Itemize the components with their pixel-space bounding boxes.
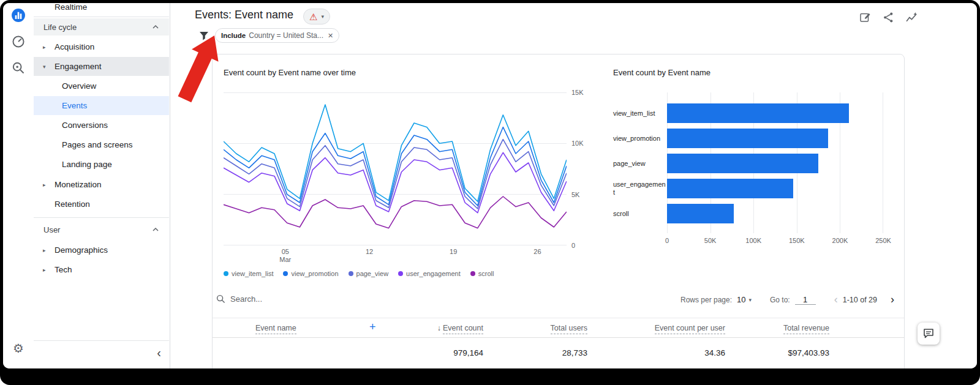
sidebar-item-label: Pages and screens bbox=[62, 140, 133, 149]
sidebar-item-engagement[interactable]: ▾ Engagement bbox=[34, 57, 169, 76]
settings-gear-icon[interactable]: ⚙ bbox=[10, 340, 26, 356]
y-axis-label: 5K bbox=[571, 191, 591, 198]
filter-chip[interactable]: Include Country = United Sta... ✕ bbox=[215, 28, 339, 43]
bar-chart-in-circle-icon bbox=[11, 8, 26, 23]
sidebar-item-conversions[interactable]: Conversions bbox=[34, 116, 169, 135]
bar-category-label: user_engagement bbox=[613, 179, 666, 198]
sidebar-item-demographics[interactable]: ▸ Demographics bbox=[34, 241, 169, 260]
column-header-event-count[interactable]: ↓Event count bbox=[437, 324, 483, 332]
table-totals-row: 979,164 28,733 34.36 $97,403.93 bbox=[213, 342, 904, 367]
totals-total-revenue: $97,403.93 bbox=[788, 348, 829, 357]
chart-legend: view_item_list view_promotion page_view … bbox=[224, 270, 494, 277]
sidebar-item-label: Tech bbox=[55, 265, 72, 274]
search-icon bbox=[216, 294, 225, 304]
divider bbox=[34, 17, 169, 17]
line-chart-svg bbox=[224, 92, 567, 245]
bar-segment bbox=[667, 129, 828, 148]
bar-category-label: scroll bbox=[613, 204, 666, 223]
legend-dot-icon bbox=[283, 271, 288, 276]
filter-value: Country = United Sta... bbox=[249, 31, 323, 40]
sidebar-item-monetization[interactable]: ▸ Monetization bbox=[34, 175, 169, 194]
sidebar-item-label: Landing page bbox=[62, 160, 112, 169]
sidebar-item-label: Demographics bbox=[55, 245, 108, 255]
filter-bar: Include Country = United Sta... ✕ bbox=[199, 28, 339, 43]
realtime-nav-icon[interactable] bbox=[10, 34, 26, 50]
search-input[interactable] bbox=[230, 294, 365, 304]
legend-dot-icon bbox=[349, 271, 353, 276]
sidebar-item-realtime[interactable]: Realtime bbox=[34, 3, 169, 17]
chevron-right-icon: ▸ bbox=[43, 44, 46, 50]
chevron-right-icon: ▸ bbox=[43, 247, 46, 253]
sort-descending-icon: ↓ bbox=[437, 324, 441, 332]
column-header-event-count-per-user[interactable]: Event count per user bbox=[655, 324, 725, 332]
next-page-button[interactable]: › bbox=[891, 293, 894, 306]
warning-triangle-icon: ⚠ bbox=[309, 12, 317, 21]
table-header-row: Event name + ↓Event count Total users Ev… bbox=[213, 318, 904, 338]
sidebar-item-landing-page[interactable]: Landing page bbox=[34, 155, 169, 174]
legend-item[interactable]: view_promotion bbox=[283, 270, 338, 277]
add-column-button[interactable]: + bbox=[369, 321, 376, 334]
reports-nav-icon[interactable] bbox=[10, 7, 26, 23]
filter-funnel-icon bbox=[199, 31, 209, 40]
icon-rail: ⚙ bbox=[3, 3, 34, 368]
insights-icon[interactable] bbox=[905, 10, 918, 24]
legend-item[interactable]: page_view bbox=[349, 270, 389, 277]
chevron-right-icon: ▸ bbox=[43, 267, 46, 273]
sidebar-item-label: Acquisition bbox=[55, 42, 94, 51]
sidebar-item-retention[interactable]: Retention bbox=[34, 195, 169, 214]
column-header-total-users[interactable]: Total users bbox=[551, 324, 587, 332]
previous-page-button[interactable]: ‹ bbox=[834, 293, 838, 306]
y-axis-label: 10K bbox=[571, 140, 591, 147]
chevron-down-icon: ▾ bbox=[43, 64, 46, 70]
legend-item[interactable]: user_engagement bbox=[398, 270, 461, 277]
chevron-right-icon: ▸ bbox=[43, 182, 46, 188]
sidebar-item-events[interactable]: Events bbox=[34, 96, 169, 115]
screenshot-frame: ⚙ Realtime Life cycle ▸ Acquisition ▾ En… bbox=[0, 0, 980, 385]
line-x-tick: 19 bbox=[450, 248, 457, 256]
pagination-range: 1-10 of 29 bbox=[843, 296, 877, 304]
goto-page-input[interactable] bbox=[795, 295, 816, 305]
column-header-total-revenue[interactable]: Total revenue bbox=[783, 324, 829, 332]
rows-per-page-select[interactable]: 10 ▾ bbox=[737, 295, 752, 304]
sidebar-item-tech[interactable]: ▸ Tech bbox=[34, 260, 169, 279]
legend-item[interactable]: view_item_list bbox=[224, 270, 273, 277]
sidebar-item-label: Events bbox=[62, 101, 87, 110]
report-card: Event count by Event name over time 15K … bbox=[212, 54, 905, 368]
legend-item[interactable]: scroll bbox=[470, 270, 494, 277]
bar-category-label: view_item_list bbox=[613, 103, 666, 123]
sidebar-item-pages-and-screens[interactable]: Pages and screens bbox=[34, 135, 169, 154]
sidebar-item-label: Overview bbox=[62, 81, 96, 91]
chat-bubble-icon bbox=[922, 327, 935, 340]
sidebar-item-acquisition[interactable]: ▸ Acquisition bbox=[34, 37, 169, 56]
bar-segment bbox=[667, 179, 793, 198]
totals-event-count-per-user: 34.36 bbox=[704, 348, 725, 357]
explore-nav-icon[interactable] bbox=[10, 60, 26, 76]
sidebar-section-life-cycle[interactable]: Life cycle bbox=[34, 18, 169, 36]
collapse-sidebar-button[interactable]: ‹ bbox=[157, 343, 161, 362]
close-icon[interactable]: ✕ bbox=[328, 32, 333, 40]
report-toolbar bbox=[858, 10, 918, 24]
bar-segment bbox=[667, 103, 849, 123]
feedback-chat-button[interactable] bbox=[918, 323, 940, 345]
data-quality-button[interactable]: ⚠ ▾ bbox=[303, 9, 330, 24]
table-search bbox=[216, 294, 365, 304]
sidebar-item-overview[interactable]: Overview bbox=[34, 77, 169, 95]
line-x-tick: 05 Mar bbox=[279, 248, 291, 264]
bar-segment bbox=[667, 204, 734, 223]
chevron-up-icon bbox=[152, 227, 159, 232]
customize-report-icon[interactable] bbox=[858, 10, 872, 24]
main-content: Events: Event name ⚠ ▾ bbox=[171, 3, 977, 368]
chevron-down-icon: ▾ bbox=[321, 13, 324, 20]
column-header-event-name[interactable]: Event name bbox=[255, 324, 296, 332]
bar-segment bbox=[667, 154, 818, 173]
sidebar-section-user[interactable]: User bbox=[34, 221, 169, 238]
goto-label: Go to: bbox=[770, 296, 790, 304]
sidebar: Realtime Life cycle ▸ Acquisition ▾ Enga… bbox=[34, 3, 170, 368]
line-chart-title: Event count by Event name over time bbox=[224, 68, 356, 77]
y-axis-label: 15K bbox=[571, 89, 591, 96]
chevron-up-icon bbox=[152, 24, 159, 29]
bar-category-label: page_view bbox=[613, 154, 666, 173]
totals-total-users: 28,733 bbox=[562, 348, 587, 357]
section-label: Life cycle bbox=[43, 23, 77, 32]
share-icon[interactable] bbox=[881, 10, 895, 24]
